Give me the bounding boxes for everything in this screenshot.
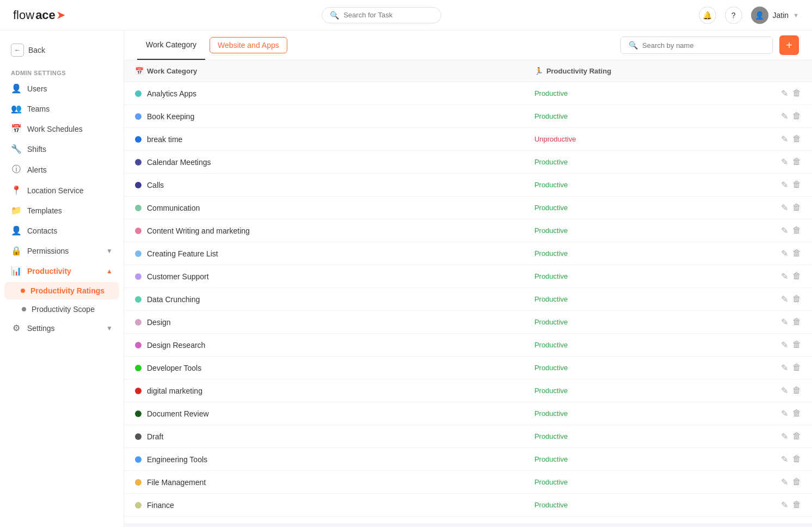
edit-icon-19[interactable]: ✎	[781, 523, 788, 523]
sidebar-item-productivity[interactable]: 📊 Productivity ▲	[0, 261, 124, 281]
search-task-box[interactable]: 🔍	[322, 7, 441, 23]
sidebar-item-shifts[interactable]: 🔧 Shifts	[0, 139, 124, 159]
table-row: Engineering Tools Productive ✎ 🗑	[124, 448, 812, 471]
rating-value-6: Productive	[534, 226, 568, 235]
work-schedules-icon: 📅	[11, 124, 22, 134]
search-icon: 🔍	[330, 11, 339, 20]
sidebar-item-work-schedules[interactable]: 📅 Work Schedules	[0, 119, 124, 139]
delete-icon-11[interactable]: 🗑	[792, 340, 801, 350]
edit-icon-11[interactable]: ✎	[781, 340, 788, 350]
delete-icon-2[interactable]: 🗑	[792, 134, 801, 144]
sidebar-item-alerts[interactable]: ⓘ Alerts	[0, 159, 124, 180]
tabs-bar: Work Category Website and Apps	[137, 30, 292, 60]
table-row: break time Unproductive ✎ 🗑	[124, 128, 812, 151]
delete-icon-13[interactable]: 🗑	[792, 385, 801, 396]
table-row: Calendar Meetings Productive ✎ 🗑	[124, 151, 812, 174]
edit-icon-3[interactable]: ✎	[781, 157, 788, 167]
delete-icon-6[interactable]: 🗑	[792, 225, 801, 236]
category-color-dot-16	[135, 456, 142, 463]
edit-icon-8[interactable]: ✎	[781, 271, 788, 281]
rating-cell-6: Productive ✎ 🗑	[524, 219, 812, 242]
rating-cell-3: Productive ✎ 🗑	[524, 151, 812, 174]
sidebar-item-templates[interactable]: 📁 Templates	[0, 200, 124, 220]
delete-icon-17[interactable]: 🗑	[792, 477, 801, 487]
permissions-chevron-icon: ▼	[106, 247, 113, 255]
edit-icon-13[interactable]: ✎	[781, 385, 788, 396]
table-row: Analytics Apps Productive ✎ 🗑	[124, 82, 812, 105]
sidebar-item-location-service[interactable]: 📍 Location Service	[0, 180, 124, 200]
category-name-13: digital marketing	[147, 387, 202, 395]
rating-value-0: Productive	[534, 89, 568, 97]
tab-work-category[interactable]: Work Category	[137, 30, 205, 60]
avatar: 👤	[751, 7, 768, 24]
rating-cell-19: Productive ✎ 🗑	[524, 517, 812, 524]
table-row: Data Crunching Productive ✎ 🗑	[124, 288, 812, 311]
sidebar-location-label: Location Service	[27, 186, 84, 195]
category-color-dot-3	[135, 159, 142, 166]
edit-icon-16[interactable]: ✎	[781, 454, 788, 464]
delete-icon-1[interactable]: 🗑	[792, 111, 801, 121]
category-cell-7: Creating Feature List	[124, 242, 524, 265]
category-name-2: break time	[147, 135, 182, 144]
edit-icon-2[interactable]: ✎	[781, 134, 788, 144]
sidebar-item-users[interactable]: 👤 Users	[0, 78, 124, 99]
category-name-9: Data Crunching	[147, 295, 200, 304]
delete-icon-8[interactable]: 🗑	[792, 271, 801, 281]
add-button[interactable]: +	[779, 35, 799, 55]
edit-icon-18[interactable]: ✎	[781, 500, 788, 510]
user-menu[interactable]: 👤 Jatin ▼	[751, 7, 799, 24]
delete-icon-0[interactable]: 🗑	[792, 88, 801, 99]
search-name-box[interactable]: 🔍	[620, 36, 773, 54]
edit-icon-9[interactable]: ✎	[781, 294, 788, 304]
admin-settings-label: ADMIN SETTINGS	[0, 65, 124, 78]
rating-value-5: Productive	[534, 204, 568, 212]
delete-icon-7[interactable]: 🗑	[792, 248, 801, 259]
sidebar-item-contacts[interactable]: 👤 Contacts	[0, 220, 124, 241]
sub-item-productivity-scope[interactable]: Productivity Scope	[0, 301, 124, 318]
delete-icon-19[interactable]: 🗑	[792, 523, 801, 523]
rating-value-2: Unproductive	[534, 135, 576, 143]
tab-website-and-apps[interactable]: Website and Apps	[210, 37, 287, 53]
rating-cell-1: Productive ✎ 🗑	[524, 105, 812, 128]
sidebar-item-settings[interactable]: ⚙ Settings ▼	[0, 318, 124, 338]
sub-item-productivity-ratings[interactable]: Productivity Ratings	[4, 282, 119, 299]
edit-icon-1[interactable]: ✎	[781, 111, 788, 121]
category-name-1: Book Keeping	[147, 112, 194, 121]
productivity-ratings-dot	[21, 289, 25, 293]
edit-icon-0[interactable]: ✎	[781, 88, 788, 99]
delete-icon-4[interactable]: 🗑	[792, 180, 801, 190]
search-name-input[interactable]	[642, 41, 762, 50]
delete-icon-10[interactable]: 🗑	[792, 317, 801, 327]
table-row: Finance Productive ✎ 🗑	[124, 494, 812, 517]
sidebar-item-permissions[interactable]: 🔒 Permissions ▼	[0, 241, 124, 261]
category-name-4: Calls	[147, 181, 164, 189]
edit-icon-17[interactable]: ✎	[781, 477, 788, 487]
back-button[interactable]: ← Back	[0, 39, 124, 61]
edit-icon-12[interactable]: ✎	[781, 363, 788, 373]
delete-icon-16[interactable]: 🗑	[792, 454, 801, 464]
delete-icon-15[interactable]: 🗑	[792, 431, 801, 442]
delete-icon-18[interactable]: 🗑	[792, 500, 801, 510]
delete-icon-3[interactable]: 🗑	[792, 157, 801, 167]
help-btn[interactable]: ?	[725, 7, 742, 24]
edit-icon-6[interactable]: ✎	[781, 225, 788, 236]
table-row: Draft Productive ✎ 🗑	[124, 425, 812, 448]
contacts-icon: 👤	[11, 225, 22, 236]
edit-icon-7[interactable]: ✎	[781, 248, 788, 259]
sidebar-item-teams[interactable]: 👥 Teams	[0, 99, 124, 119]
top-nav: flowace➤ 🔍 🔔 ? 👤 Jatin ▼	[0, 0, 812, 30]
edit-icon-5[interactable]: ✎	[781, 203, 788, 213]
edit-icon-14[interactable]: ✎	[781, 408, 788, 419]
work-category-col-icon: 📅	[135, 67, 144, 75]
logo-icon: ➤	[57, 9, 65, 21]
delete-icon-12[interactable]: 🗑	[792, 363, 801, 373]
edit-icon-15[interactable]: ✎	[781, 431, 788, 442]
delete-icon-5[interactable]: 🗑	[792, 203, 801, 213]
edit-icon-4[interactable]: ✎	[781, 180, 788, 190]
search-task-input[interactable]	[343, 11, 430, 19]
delete-icon-9[interactable]: 🗑	[792, 294, 801, 304]
settings-chevron-icon: ▼	[106, 324, 113, 332]
delete-icon-14[interactable]: 🗑	[792, 408, 801, 419]
notifications-btn[interactable]: 🔔	[699, 7, 716, 24]
edit-icon-10[interactable]: ✎	[781, 317, 788, 327]
